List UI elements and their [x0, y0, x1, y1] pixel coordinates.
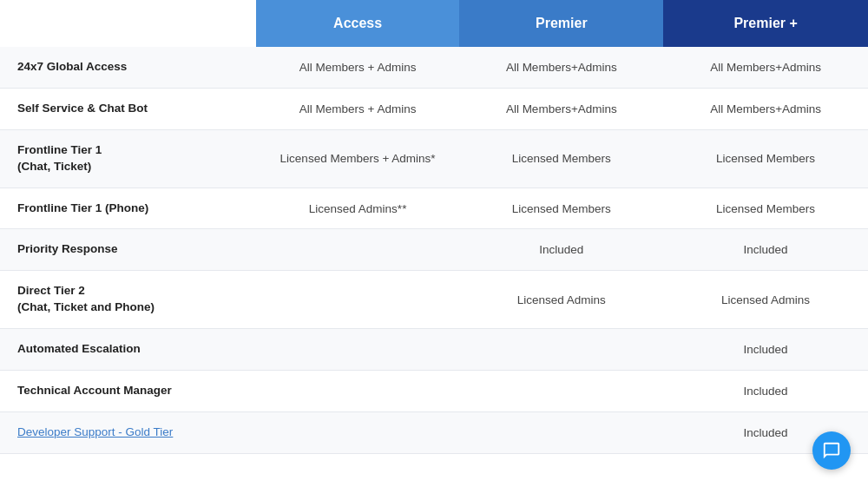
chat-icon — [822, 441, 841, 460]
cell-premierplus: Licensed Members — [663, 129, 868, 188]
table-row: Priority ResponseIncludedIncluded — [0, 229, 868, 271]
cell-premier — [459, 329, 663, 371]
cell-premierplus: Included — [663, 329, 868, 371]
cell-premier — [459, 371, 663, 412]
feature-cell: Developer Support - Gold Tier — [0, 411, 256, 453]
chat-button[interactable] — [812, 431, 851, 470]
table-row: Automated EscalationIncluded — [0, 329, 868, 371]
table-row: 24x7 Global AccessAll Members + AdminsAl… — [0, 47, 868, 88]
cell-access — [256, 329, 460, 371]
feature-link[interactable]: Developer Support - Gold Tier — [17, 425, 173, 438]
table-row: Self Service & Chat BotAll Members + Adm… — [0, 88, 868, 129]
header-access: Access — [256, 0, 460, 47]
cell-premier: All Members+Admins — [459, 47, 663, 88]
feature-cell: Technical Account Manager — [0, 371, 256, 412]
cell-access: All Members + Admins — [256, 88, 460, 129]
comparison-table: Access Premier Premier + 24x7 Global Acc… — [0, 0, 868, 454]
feature-cell: Automated Escalation — [0, 329, 256, 371]
cell-access — [256, 229, 460, 271]
cell-premierplus: Included — [663, 371, 868, 412]
cell-premierplus: Licensed Members — [663, 188, 868, 229]
header-premier: Premier — [459, 0, 663, 47]
table-row: Developer Support - Gold TierIncluded — [0, 411, 868, 453]
cell-access — [256, 271, 460, 329]
cell-premierplus: All Members+Admins — [663, 47, 868, 88]
cell-access: Licensed Admins** — [256, 188, 460, 229]
cell-premier — [459, 411, 663, 453]
feature-cell: Priority Response — [0, 229, 256, 271]
table-row: Direct Tier 2(Chat, Ticket and Phone)Lic… — [0, 271, 868, 329]
cell-premier: Included — [459, 229, 663, 271]
feature-cell: 24x7 Global Access — [0, 47, 256, 88]
feature-cell: Self Service & Chat Bot — [0, 88, 256, 129]
feature-cell: Frontline Tier 1 (Phone) — [0, 188, 256, 229]
table-row: Frontline Tier 1 (Phone)Licensed Admins*… — [0, 188, 868, 229]
table-row: Technical Account ManagerIncluded — [0, 371, 868, 412]
cell-access — [256, 411, 460, 453]
header-premierplus: Premier + — [663, 0, 868, 47]
cell-premier: Licensed Members — [459, 188, 663, 229]
header-feature — [0, 0, 256, 47]
cell-premier: Licensed Members — [459, 129, 663, 188]
cell-premierplus: All Members+Admins — [663, 88, 868, 129]
main-container: Access Premier Premier + 24x7 Global Acc… — [0, 0, 868, 487]
cell-access: Licensed Members + Admins* — [256, 129, 460, 188]
cell-premier: Licensed Admins — [459, 271, 663, 329]
cell-access — [256, 371, 460, 412]
feature-cell: Direct Tier 2(Chat, Ticket and Phone) — [0, 271, 256, 329]
cell-premierplus: Licensed Admins — [663, 271, 868, 329]
cell-access: All Members + Admins — [256, 47, 460, 88]
cell-premier: All Members+Admins — [459, 88, 663, 129]
cell-premierplus: Included — [663, 229, 868, 271]
feature-cell: Frontline Tier 1(Chat, Ticket) — [0, 129, 256, 188]
table-row: Frontline Tier 1(Chat, Ticket)Licensed M… — [0, 129, 868, 188]
